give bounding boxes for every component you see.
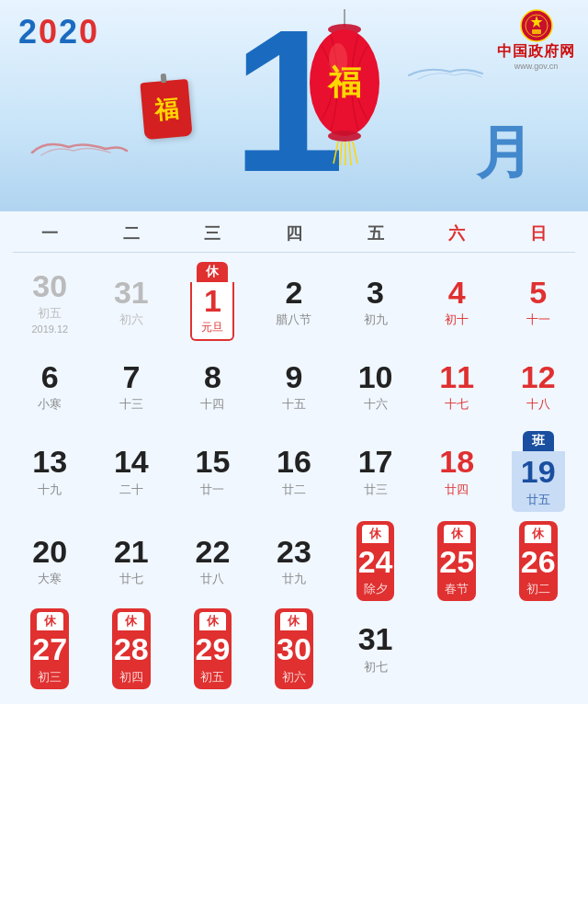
xiu-label-30: 休 <box>280 612 307 630</box>
week-row-1: 30 初五 2019.12 31 初六 休 1 元旦 2 腊八节 <box>9 258 579 345</box>
ban-badge-19: 班 <box>523 431 554 451</box>
gov-url: www.gov.cn <box>514 62 558 71</box>
holiday-28: 休 28 初四 <box>112 608 151 688</box>
day-jan-24: 休 24 除夕 <box>334 519 416 603</box>
holiday-24: 休 24 除夕 <box>356 521 395 601</box>
dow-tue: 二 <box>91 222 173 244</box>
day-dec-30: 30 初五 2019.12 <box>9 258 91 345</box>
day-jan-23: 23 廿九 <box>254 519 335 603</box>
year-logo: 2020 <box>18 13 99 51</box>
week-row-5: 休 27 初三 休 28 初四 休 29 初五 <box>9 607 579 690</box>
day-jan-29: 休 29 初五 <box>172 607 254 690</box>
day-jan-6: 6 小寒 <box>9 348 91 424</box>
day-jan-10: 10 十六 <box>334 348 416 424</box>
day-jan-4: 4 初十 <box>416 258 498 345</box>
holiday-29: 休 29 初五 <box>194 608 232 688</box>
day-jan-14: 14 二十 <box>91 427 173 515</box>
day-jan-17: 17 廿三 <box>334 427 416 515</box>
dow-sat: 六 <box>416 222 498 244</box>
day-jan-26: 休 26 初二 <box>497 519 579 603</box>
national-emblem-icon <box>520 9 553 42</box>
svg-line-13 <box>353 142 357 164</box>
header-divider <box>13 252 575 253</box>
xiu-label-24: 休 <box>362 525 389 543</box>
day-dec-31: 31 初六 <box>91 258 173 345</box>
day-jan-31: 31 初七 <box>334 607 416 690</box>
day-jan-25: 休 25 春节 <box>416 519 498 603</box>
svg-line-12 <box>349 142 351 165</box>
day-jan-22: 22 廿八 <box>172 519 254 603</box>
year-suffix: 2 <box>59 13 79 51</box>
day-jan-19: 班 19 廿五 <box>497 427 579 515</box>
dow-wed: 三 <box>172 222 254 244</box>
fu-decoration: 福 <box>140 79 192 140</box>
xiu-label-25: 休 <box>444 525 470 543</box>
week-row-4: 20 大寒 21 廿七 22 廿八 23 廿九 休 24 除夕 <box>9 519 579 603</box>
day-jan-12: 12 十八 <box>497 348 579 424</box>
day-jan-5: 5 十一 <box>497 258 579 345</box>
holiday-25: 休 25 春节 <box>437 521 476 601</box>
day-jan-27: 休 27 初三 <box>9 607 91 690</box>
day-jan-20: 20 大寒 <box>9 519 91 603</box>
day-jan-3: 3 初九 <box>334 258 416 345</box>
cloud-right-icon <box>404 64 487 81</box>
dow-thu: 四 <box>254 222 335 244</box>
holiday-30: 休 30 初六 <box>275 608 313 688</box>
day-jan-1: 休 1 元旦 <box>172 258 254 345</box>
year-zero2: 0 <box>79 13 99 51</box>
day-jan-15: 15 廿一 <box>172 427 254 515</box>
lantern-icon: 福 <box>303 9 386 165</box>
day-jan-8: 8 十四 <box>172 348 254 424</box>
day-jan-28: 休 28 初四 <box>91 607 173 690</box>
day-jan-11: 11 十七 <box>416 348 498 424</box>
holiday-27: 休 27 初三 <box>30 608 69 688</box>
svg-rect-3 <box>532 29 541 34</box>
yue-character: 月 <box>476 114 533 191</box>
day-jan-2: 2 腊八节 <box>254 258 335 345</box>
day-jan-9: 9 十五 <box>254 348 335 424</box>
xiu-label-29: 休 <box>199 612 226 630</box>
page-container: 2020 中国政府网 www.gov.cn 福 <box>0 0 588 704</box>
dow-header: 一 二 三 四 五 六 日 <box>9 211 579 252</box>
xiu-badge-1: 休 <box>197 262 228 282</box>
day-jan-30: 休 30 初六 <box>254 607 335 690</box>
calendar: 一 二 三 四 五 六 日 30 初五 2019.12 31 初六 休 <box>0 211 588 704</box>
svg-text:福: 福 <box>327 63 361 101</box>
day-jan-16: 16 廿二 <box>254 427 335 515</box>
week-row-3: 13 十九 14 二十 15 廿一 16 廿二 17 廿三 18 廿四 <box>9 427 579 515</box>
day-jan-21: 21 廿七 <box>91 519 173 603</box>
day-jan-18: 18 廿四 <box>416 427 498 515</box>
svg-line-10 <box>340 142 342 165</box>
svg-point-8 <box>328 130 361 142</box>
day-jan-13: 13 十九 <box>9 427 91 515</box>
lantern-decoration: 福 <box>303 9 386 169</box>
xiu-label-27: 休 <box>37 612 63 630</box>
week-row-2: 6 小寒 7 十三 8 十四 9 十五 10 十六 11 十七 <box>9 348 579 424</box>
empty-2 <box>497 607 579 690</box>
dow-sun: 日 <box>497 222 579 244</box>
xiu-label-26: 休 <box>525 525 551 543</box>
ban-body-19: 19 廿五 <box>512 451 565 511</box>
year-prefix: 2 <box>18 13 39 51</box>
day-jan-7: 7 十三 <box>91 348 173 424</box>
yuandan-body: 1 元旦 <box>190 282 234 341</box>
gov-site-name: 中国政府网 <box>497 42 575 62</box>
header: 2020 中国政府网 www.gov.cn 福 <box>0 0 588 211</box>
cloud-left-icon <box>28 138 129 158</box>
gov-logo: 中国政府网 www.gov.cn <box>497 9 575 71</box>
year-zero: 0 <box>39 13 59 51</box>
empty-1 <box>416 607 498 690</box>
dow-mon: 一 <box>9 222 91 244</box>
dow-fri: 五 <box>334 222 416 244</box>
holiday-26: 休 26 初二 <box>519 521 558 601</box>
svg-line-9 <box>334 142 338 164</box>
xiu-label-28: 休 <box>118 612 144 630</box>
